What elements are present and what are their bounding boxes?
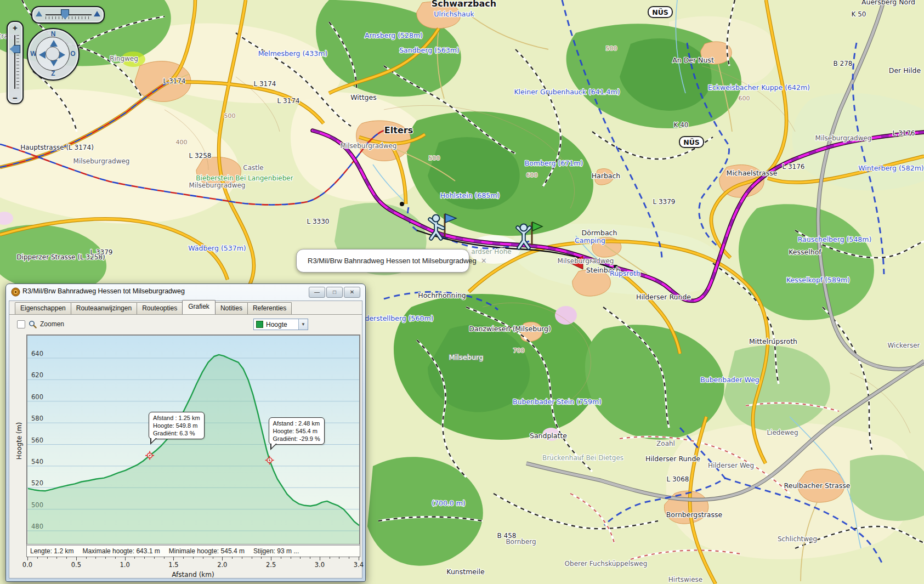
x-tick-label: 0.5 [67,561,86,569]
map-label: Michaelstrasse [727,169,778,177]
x-tick [134,557,135,559]
detail-slider[interactable] [31,6,105,24]
x-tick [115,557,116,559]
map-label: Bomberg (671m) [525,159,583,167]
minimize-button[interactable]: — [309,287,325,298]
x-tick-label: 1.5 [164,561,183,569]
x-tick [252,557,252,559]
map-label: Kesselkopf (589m) [786,276,850,284]
route-properties-dialog[interactable]: R3/Mil/Brw Bahnradweg Hessen tot Milsebu… [5,284,366,582]
x-tick [213,557,213,559]
map-label: Dörmbach [582,229,617,237]
detail-high-icon [94,11,100,16]
close-button[interactable]: ✕ [344,287,360,298]
y-tick-label: 580 [31,415,43,422]
map-label: 500 [224,112,236,120]
pan-compass[interactable]: N Z W O [27,28,80,81]
map-label: Winterberg (582m) [858,164,923,172]
svg-text:NÜS: NÜS [683,138,700,146]
map-label: Milseburg [449,353,483,361]
tab-routeaanwijzingen[interactable]: Routeaanwijzingen [71,302,137,314]
map-label: Brückenhauf Bei Dietges [542,454,623,462]
x-tick-label: 2.5 [262,561,280,569]
map-label: Eckweisbacher Kuppe (642m) [708,83,810,92]
map-label: Reulbacher Strasse [784,481,851,490]
y-tick-label: 640 [31,350,43,358]
map-label: derstellberg (560m) [365,314,433,322]
slider-ticks [46,16,92,19]
zoom-in-button[interactable]: + [8,23,22,32]
route-tooltip[interactable]: R3/Mil/Brw Bahnradweg Hessen tot Milsebu… [296,249,469,273]
maximize-button[interactable]: □ [326,287,343,298]
zoom-slider[interactable]: + − [7,21,24,104]
pan-up-button[interactable] [50,40,58,47]
map-label: Hilderser Runde [645,455,700,463]
x-tick [291,557,291,559]
map-label: L 3174 [277,97,299,105]
map-label: 500 [429,155,440,162]
y-tick-label: 520 [31,479,43,487]
x-tick [66,557,67,559]
annotation-tail [151,438,156,443]
x-tick [310,557,310,559]
x-tick [203,557,203,559]
x-tick [56,557,57,559]
map-label: L 3068 [666,475,689,483]
map-label: Elters [384,125,413,135]
map-label: L 3379 [90,248,112,256]
y-tick-label: 600 [31,393,43,401]
window-buttons: —□✕ [309,287,360,298]
x-tick [281,557,281,559]
x-tick [47,557,48,559]
x-tick [105,557,106,559]
pan-left-button[interactable] [39,51,46,59]
zoom-out-button[interactable]: − [8,93,22,103]
map-label: Bornberg [506,538,536,546]
map-label: Kesselhof [789,248,821,256]
tab-referenties[interactable]: Referenties [247,302,292,314]
map-label: Schlichtweg [778,535,817,543]
chevron-down-icon[interactable]: ▼ [298,319,308,330]
map-label: Wittges [350,93,377,101]
tooltip-close-icon[interactable]: ✕ [481,257,487,265]
detail-low-icon [36,11,42,16]
map-label: Auersberg Nord [861,0,915,6]
map-label: L 3330 [307,218,329,225]
map-label: Danzwiesen (Milseburg) [469,325,551,333]
chart-annotation: Afstand : 1.25 km Hoogte: 549.8 m Gradië… [149,412,205,439]
map-label: Camping [575,236,605,245]
series-color-swatch [256,321,263,328]
map-label: Rupsroth [610,269,640,277]
map-label: Milseburgradweg [815,134,872,142]
y-tick-label: 540 [31,458,43,466]
map-label: Der Hilde [889,66,921,75]
x-tick [300,557,301,559]
map-label: Castle [243,164,263,172]
x-tick [349,557,349,559]
tab-notities[interactable]: Notities [215,302,248,314]
map-label: Bubenbader Stein (759m) [513,398,602,406]
x-tick [144,557,145,559]
pan-center-button[interactable] [46,47,60,61]
map-label: Schwarzbach [432,0,496,9]
zoom-ticks [16,35,19,89]
tab-grafiek[interactable]: Grafiek [182,300,216,314]
road-badge: NÜS [648,7,672,18]
tab-eigenschappen[interactable]: Eigenschappen [15,302,71,314]
dialog-body: EigenschappenRouteaanwijzingenRouteoptie… [9,300,362,579]
dialog-title: R3/Mil/Brw Bahnradweg Hessen tot Milsebu… [22,287,185,295]
tab-routeopties[interactable]: Routeopties [137,302,183,314]
zoom-handle[interactable] [10,45,20,53]
map-label: An Der Nust [672,56,714,64]
zoomen-checkbox[interactable] [17,320,25,328]
map-label: Hilderser Weg [708,462,754,469]
map-label: 500 [606,45,617,52]
map-label: Ringweg [110,55,138,63]
x-tick [359,557,359,560]
elevation-chart[interactable]: 480500520540560580600620640 Afstand : 1.… [26,334,360,557]
magnifier-icon [29,320,37,328]
x-tick [154,557,155,559]
y-axis-title: Hoogte (m) [15,392,23,490]
series-select[interactable]: Hoogte ▼ [253,319,308,330]
map-label: Sandplatte [530,432,567,440]
